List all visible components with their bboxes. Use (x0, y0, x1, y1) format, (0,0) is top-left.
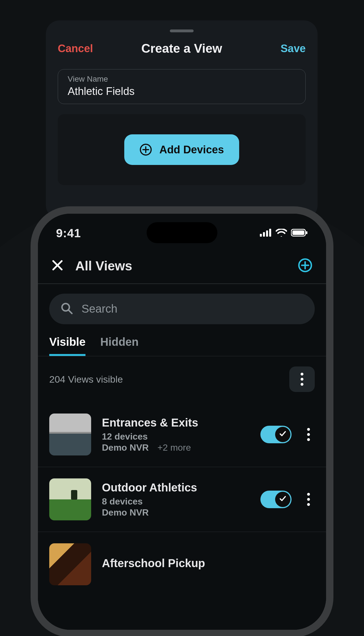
tab-hidden[interactable]: Hidden (100, 336, 139, 356)
check-icon (279, 430, 286, 439)
create-view-sheet: Cancel Create a View Save View Name Athl… (46, 20, 318, 219)
view-thumbnail (49, 478, 91, 520)
view-thumbnail (49, 543, 91, 585)
view-name-label: View Name (68, 75, 296, 84)
check-icon (279, 495, 286, 504)
sheet-title: Create a View (95, 41, 269, 56)
view-title: Outdoor Athletics (102, 481, 250, 494)
phone-frame: 9:41 (31, 206, 333, 636)
cellular-icon (260, 229, 272, 238)
list-more-button[interactable] (289, 366, 315, 392)
cancel-button[interactable]: Cancel (58, 43, 95, 55)
svg-rect-8 (292, 230, 304, 235)
view-row[interactable]: Outdoor Athletics 8 devices Demo NVR (38, 467, 326, 532)
add-view-icon[interactable] (298, 258, 312, 274)
plus-circle-icon (140, 143, 152, 156)
view-thumbnail (49, 414, 91, 455)
svg-rect-9 (306, 231, 307, 234)
tab-visible[interactable]: Visible (49, 336, 85, 356)
battery-icon (291, 229, 308, 238)
search-input[interactable]: Search (49, 294, 315, 324)
dynamic-island (147, 222, 217, 243)
view-source-line: Demo NVR (102, 507, 250, 518)
row-more-button[interactable] (302, 428, 315, 441)
wifi-icon (276, 229, 287, 238)
visibility-toggle[interactable] (260, 491, 292, 508)
more-vertical-icon (307, 493, 310, 506)
view-source: Demo NVR (102, 442, 149, 453)
sheet-header: Cancel Create a View Save (58, 41, 306, 56)
view-row[interactable]: Entrances & Exits 12 devices Demo NVR +2… (38, 402, 326, 467)
save-button[interactable]: Save (269, 43, 306, 55)
visibility-toggle[interactable] (260, 426, 292, 443)
search-icon (61, 302, 73, 316)
add-devices-button[interactable]: Add Devices (124, 134, 239, 165)
svg-line-16 (68, 310, 72, 313)
view-device-count: 8 devices (102, 496, 250, 507)
close-icon[interactable] (52, 259, 63, 272)
view-source-line: Demo NVR +2 more (102, 442, 250, 453)
add-devices-label: Add Devices (159, 144, 224, 156)
toggle-knob (275, 427, 290, 442)
status-time: 9:41 (56, 226, 81, 240)
search-placeholder: Search (82, 302, 117, 315)
view-device-count: 12 devices (102, 431, 250, 442)
view-name-field[interactable]: View Name Athletic Fields (58, 69, 306, 104)
screen-title: All Views (75, 258, 132, 274)
visible-count: 204 Views visible (49, 374, 123, 385)
row-more-button[interactable] (302, 493, 315, 506)
sheet-drag-handle[interactable] (170, 29, 194, 32)
view-title: Entrances & Exits (102, 416, 250, 429)
svg-rect-3 (260, 234, 262, 237)
screen-titlebar: All Views (38, 245, 326, 283)
view-title: Afterschool Pickup (102, 557, 315, 570)
tabs: Visible Hidden (38, 336, 326, 356)
svg-rect-4 (263, 232, 265, 237)
add-devices-panel: Add Devices (58, 114, 306, 185)
view-source-extra: +2 more (157, 442, 191, 453)
toggle-knob (275, 492, 290, 507)
svg-rect-5 (266, 230, 268, 237)
more-vertical-icon (301, 373, 303, 386)
svg-rect-6 (269, 229, 271, 237)
view-row[interactable]: Afterschool Pickup (38, 532, 326, 597)
list-meta: 204 Views visible (38, 356, 326, 402)
more-vertical-icon (307, 428, 310, 441)
view-source: Demo NVR (102, 507, 149, 518)
view-name-value[interactable]: Athletic Fields (68, 85, 296, 97)
